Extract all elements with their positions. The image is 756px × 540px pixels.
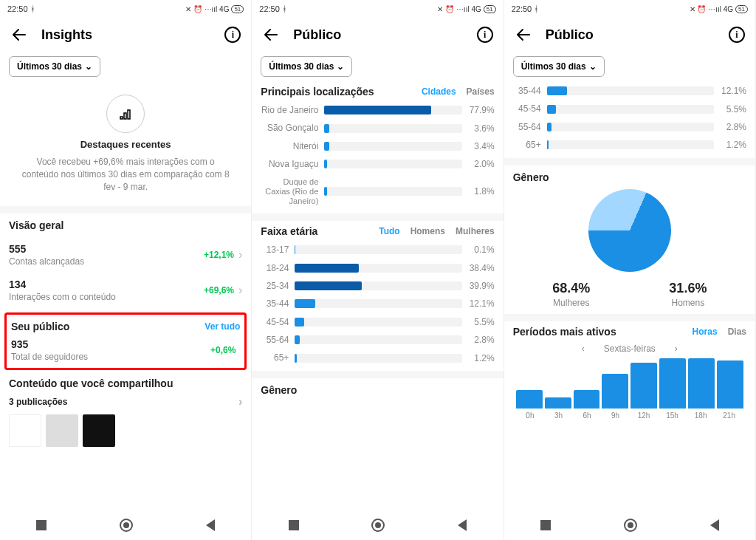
hour-label: 15h bbox=[658, 411, 687, 420]
location-row: Rio de Janeiro77.9% bbox=[261, 105, 494, 115]
see-all-link[interactable]: Ver tudo bbox=[205, 321, 240, 332]
gender-title: Gênero bbox=[261, 384, 494, 396]
tab-days[interactable]: Dias bbox=[728, 327, 746, 337]
nav-recent-icon[interactable] bbox=[289, 520, 299, 530]
date-range-chip[interactable]: Últimos 30 dias⌄ bbox=[9, 56, 100, 77]
nav-back-icon[interactable] bbox=[206, 519, 215, 531]
hour-bar bbox=[574, 390, 600, 408]
status-icons: ✕ ⏰ ⋯ııl 4G bbox=[185, 5, 229, 13]
chevron-down-icon: ⌄ bbox=[589, 61, 597, 72]
android-navbar bbox=[504, 510, 755, 540]
overview-title: Visão geral bbox=[9, 219, 242, 231]
stat-value: 134 bbox=[9, 278, 204, 290]
publications-row[interactable]: 3 publicações › bbox=[9, 395, 242, 409]
phone-audience-1: 22:50ᚼ ✕ ⏰ ⋯ııl 4G51 Público i Últimos 3… bbox=[252, 0, 504, 540]
hour-label: 0h bbox=[516, 411, 545, 420]
chip-label: Últimos 30 dias bbox=[269, 61, 334, 72]
stat-value: 68.4% bbox=[552, 281, 590, 296]
chevron-right-icon: › bbox=[238, 284, 242, 297]
publications-label: 3 publicações bbox=[9, 397, 67, 407]
shared-content-title: Conteúdo que você compartilhou bbox=[9, 377, 242, 389]
nav-recent-icon[interactable] bbox=[540, 520, 551, 530]
bar-pct: 39.9% bbox=[462, 281, 495, 291]
date-range-chip[interactable]: Últimos 30 dias⌄ bbox=[513, 56, 605, 77]
back-icon[interactable] bbox=[262, 26, 280, 44]
nav-recent-icon[interactable] bbox=[36, 520, 47, 530]
bt-icon: ᚼ bbox=[282, 4, 287, 13]
next-day-icon[interactable]: › bbox=[675, 344, 678, 354]
gender-stats: 68.4%Mulheres 31.6%Homens bbox=[513, 281, 746, 308]
chip-label: Últimos 30 dias bbox=[17, 61, 82, 72]
nav-home-icon[interactable] bbox=[371, 519, 385, 532]
divider bbox=[252, 213, 503, 221]
stat-value: 555 bbox=[9, 243, 204, 255]
stat-content-interactions[interactable]: 134Interações com o conteúdo +69,6% › bbox=[9, 273, 242, 308]
tab-countries[interactable]: Países bbox=[467, 86, 495, 97]
tab-women[interactable]: Mulheres bbox=[456, 226, 495, 236]
hour-bar bbox=[516, 390, 543, 408]
hour-bar bbox=[545, 397, 571, 409]
thumb[interactable] bbox=[83, 414, 115, 447]
bar-label: 45-54 bbox=[261, 317, 295, 327]
age-row: 55-642.8% bbox=[261, 335, 494, 345]
info-icon[interactable]: i bbox=[477, 27, 493, 43]
bar-label: 25-34 bbox=[261, 281, 295, 291]
bar-pct: 12.1% bbox=[714, 86, 746, 96]
bar-pct: 3.6% bbox=[462, 123, 495, 134]
tab-men[interactable]: Homens bbox=[410, 226, 445, 236]
location-row: Niterói3.4% bbox=[261, 141, 494, 151]
android-navbar bbox=[0, 510, 251, 540]
nav-home-icon[interactable] bbox=[120, 519, 133, 532]
battery-icon: 51 bbox=[484, 5, 496, 13]
hour-bar bbox=[630, 363, 657, 408]
hour-bar bbox=[717, 360, 743, 409]
stat-delta: +69,6% bbox=[204, 285, 234, 295]
location-row: Duque de Caxias (Rio de Janeiro)1.8% bbox=[261, 177, 494, 207]
status-time: 22:50 bbox=[259, 4, 280, 13]
location-row: Nova Iguaçu2.0% bbox=[261, 159, 494, 169]
tab-cities[interactable]: Cidades bbox=[422, 86, 456, 97]
header: Insights i bbox=[0, 18, 251, 52]
status-icons: ✕ ⏰ ⋯ııl 4G bbox=[437, 5, 481, 13]
hour-label: 21h bbox=[715, 411, 743, 420]
bar-label: São Gonçalo bbox=[261, 123, 324, 133]
stat-value: 31.6% bbox=[669, 281, 707, 296]
phone-insights: 22:50ᚼ ✕ ⏰ ⋯ııl 4G51 Insights i Últimos … bbox=[0, 0, 252, 540]
bar-label: 65+ bbox=[261, 352, 295, 363]
chevron-right-icon: › bbox=[238, 248, 242, 262]
nav-back-icon[interactable] bbox=[458, 519, 467, 531]
highlights-icon bbox=[106, 95, 145, 133]
bar-pct: 1.8% bbox=[462, 186, 495, 196]
age-row: 18-2438.4% bbox=[261, 263, 494, 273]
bar-pct: 2.8% bbox=[462, 335, 495, 345]
divider bbox=[252, 371, 503, 378]
bar-label: 55-64 bbox=[513, 122, 547, 132]
back-icon[interactable] bbox=[515, 26, 532, 44]
periods-title: Períodos mais ativos bbox=[513, 326, 616, 338]
chevron-right-icon: › bbox=[238, 395, 242, 409]
tab-all[interactable]: Tudo bbox=[379, 226, 399, 236]
hours-labels: 0h 3h 6h 9h 12h 15h 18h 21h bbox=[513, 409, 746, 420]
age-chart: 13-170.1% 18-2438.4% 25-3439.9% 35-4412.… bbox=[261, 245, 494, 363]
chevron-down-icon: ⌄ bbox=[337, 61, 344, 72]
date-range-chip[interactable]: Últimos 30 dias⌄ bbox=[261, 56, 352, 77]
nav-back-icon[interactable] bbox=[710, 519, 719, 531]
thumb[interactable] bbox=[9, 414, 41, 447]
bar-pct: 2.0% bbox=[462, 159, 495, 169]
publication-thumbs bbox=[9, 414, 242, 447]
thumb[interactable] bbox=[46, 414, 78, 447]
stat-followers[interactable]: 935Total de seguidores +0,6% bbox=[11, 332, 240, 362]
prev-day-icon[interactable]: ‹ bbox=[582, 344, 585, 354]
bar-label: Nova Iguaçu bbox=[261, 159, 324, 169]
stat-accounts-reached[interactable]: 555Contas alcançadas +12,1% › bbox=[9, 237, 242, 273]
header: Público i bbox=[504, 18, 755, 52]
status-time: 22:50 bbox=[512, 4, 532, 13]
info-icon[interactable]: i bbox=[729, 27, 745, 43]
back-icon[interactable] bbox=[10, 26, 28, 44]
status-bar: 22:50ᚼ ✕ ⏰ ⋯ııl 4G51 bbox=[0, 0, 251, 18]
tab-hours[interactable]: Horas bbox=[693, 327, 718, 337]
audience-highlight-box: Seu público Ver tudo 935Total de seguido… bbox=[4, 312, 247, 370]
hour-bar bbox=[688, 358, 715, 409]
nav-home-icon[interactable] bbox=[624, 519, 637, 532]
info-icon[interactable]: i bbox=[224, 27, 241, 43]
